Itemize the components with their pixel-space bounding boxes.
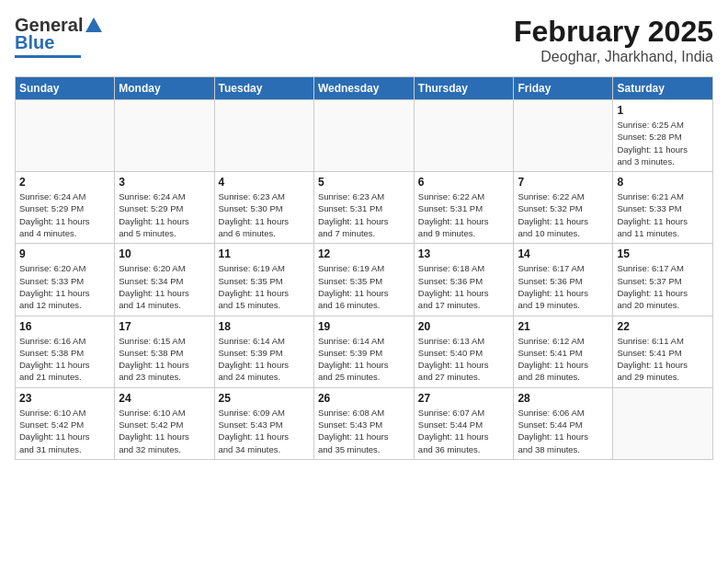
title-block: February 2025 Deoghar, Jharkhand, India	[514, 15, 713, 65]
day-number: 26	[318, 392, 410, 405]
day-number: 8	[617, 176, 709, 189]
day-info: Sunrise: 6:14 AM Sunset: 5:39 PM Dayligh…	[318, 335, 410, 384]
calendar-cell	[414, 100, 514, 172]
day-number: 28	[518, 392, 609, 405]
day-number: 24	[119, 392, 210, 405]
day-info: Sunrise: 6:20 AM Sunset: 5:34 PM Dayligh…	[119, 262, 210, 311]
day-info: Sunrise: 6:10 AM Sunset: 5:42 PM Dayligh…	[119, 407, 210, 455]
calendar-cell: 18Sunrise: 6:14 AM Sunset: 5:39 PM Dayli…	[214, 316, 313, 387]
day-info: Sunrise: 6:23 AM Sunset: 5:31 PM Dayligh…	[318, 190, 410, 239]
day-number: 16	[19, 320, 110, 333]
calendar-cell: 4Sunrise: 6:23 AM Sunset: 5:30 PM Daylig…	[214, 172, 313, 244]
day-info: Sunrise: 6:17 AM Sunset: 5:36 PM Dayligh…	[518, 262, 609, 311]
calendar-cell: 13Sunrise: 6:18 AM Sunset: 5:36 PM Dayli…	[414, 244, 514, 316]
calendar-cell	[313, 100, 414, 172]
page-header: General Blue February 2025 Deoghar, Jhar…	[15, 15, 713, 65]
day-number: 11	[219, 247, 310, 260]
weekday-header-monday: Monday	[115, 77, 214, 100]
day-number: 17	[119, 320, 210, 333]
calendar-cell	[16, 100, 115, 172]
day-number: 19	[318, 320, 410, 333]
day-number: 15	[617, 247, 709, 260]
calendar-week-1: 1Sunrise: 6:25 AM Sunset: 5:28 PM Daylig…	[16, 100, 713, 172]
calendar-cell: 6Sunrise: 6:22 AM Sunset: 5:31 PM Daylig…	[414, 172, 514, 244]
day-info: Sunrise: 6:24 AM Sunset: 5:29 PM Dayligh…	[119, 190, 210, 239]
day-info: Sunrise: 6:06 AM Sunset: 5:44 PM Dayligh…	[518, 407, 609, 455]
day-info: Sunrise: 6:13 AM Sunset: 5:40 PM Dayligh…	[418, 335, 510, 384]
page-title: February 2025	[514, 15, 713, 49]
day-info: Sunrise: 6:23 AM Sunset: 5:30 PM Dayligh…	[219, 190, 310, 239]
day-number: 1	[617, 104, 709, 117]
calendar-cell	[613, 387, 713, 459]
day-info: Sunrise: 6:08 AM Sunset: 5:43 PM Dayligh…	[318, 407, 410, 455]
day-info: Sunrise: 6:14 AM Sunset: 5:39 PM Dayligh…	[219, 335, 310, 384]
day-number: 22	[617, 320, 709, 333]
day-number: 21	[518, 320, 609, 333]
calendar-cell: 27Sunrise: 6:07 AM Sunset: 5:44 PM Dayli…	[414, 387, 514, 459]
calendar-cell: 20Sunrise: 6:13 AM Sunset: 5:40 PM Dayli…	[414, 316, 514, 387]
day-info: Sunrise: 6:22 AM Sunset: 5:31 PM Dayligh…	[418, 190, 510, 239]
calendar-cell: 1Sunrise: 6:25 AM Sunset: 5:28 PM Daylig…	[613, 100, 713, 172]
day-number: 3	[119, 176, 210, 189]
day-number: 18	[219, 320, 310, 333]
day-info: Sunrise: 6:19 AM Sunset: 5:35 PM Dayligh…	[219, 262, 310, 311]
day-info: Sunrise: 6:25 AM Sunset: 5:28 PM Dayligh…	[617, 119, 709, 167]
day-number: 7	[518, 176, 609, 189]
calendar-cell	[115, 100, 214, 172]
logo-underline	[15, 55, 81, 58]
day-number: 13	[418, 247, 510, 260]
calendar-week-3: 9Sunrise: 6:20 AM Sunset: 5:33 PM Daylig…	[16, 244, 713, 316]
day-number: 5	[318, 176, 410, 189]
day-info: Sunrise: 6:17 AM Sunset: 5:37 PM Dayligh…	[617, 262, 709, 311]
day-info: Sunrise: 6:19 AM Sunset: 5:35 PM Dayligh…	[318, 262, 410, 311]
day-info: Sunrise: 6:20 AM Sunset: 5:33 PM Dayligh…	[19, 262, 110, 311]
day-number: 20	[418, 320, 510, 333]
day-info: Sunrise: 6:07 AM Sunset: 5:44 PM Dayligh…	[418, 407, 510, 455]
calendar-cell: 11Sunrise: 6:19 AM Sunset: 5:35 PM Dayli…	[214, 244, 313, 316]
day-number: 14	[518, 247, 609, 260]
weekday-header-row: SundayMondayTuesdayWednesdayThursdayFrid…	[16, 77, 713, 100]
weekday-header-sunday: Sunday	[16, 77, 115, 100]
logo-blue: Blue	[15, 32, 54, 53]
calendar-cell: 21Sunrise: 6:12 AM Sunset: 5:41 PM Dayli…	[514, 316, 613, 387]
calendar-cell: 14Sunrise: 6:17 AM Sunset: 5:36 PM Dayli…	[514, 244, 613, 316]
calendar-cell: 22Sunrise: 6:11 AM Sunset: 5:41 PM Dayli…	[613, 316, 713, 387]
calendar-cell: 8Sunrise: 6:21 AM Sunset: 5:33 PM Daylig…	[613, 172, 713, 244]
day-number: 4	[219, 176, 310, 189]
calendar-cell: 17Sunrise: 6:15 AM Sunset: 5:38 PM Dayli…	[115, 316, 214, 387]
day-info: Sunrise: 6:22 AM Sunset: 5:32 PM Dayligh…	[518, 190, 609, 239]
day-info: Sunrise: 6:21 AM Sunset: 5:33 PM Dayligh…	[617, 190, 709, 239]
calendar-cell: 7Sunrise: 6:22 AM Sunset: 5:32 PM Daylig…	[514, 172, 613, 244]
weekday-header-thursday: Thursday	[414, 77, 514, 100]
weekday-header-tuesday: Tuesday	[214, 77, 313, 100]
day-number: 23	[19, 392, 110, 405]
day-info: Sunrise: 6:24 AM Sunset: 5:29 PM Dayligh…	[19, 190, 110, 239]
page-subtitle: Deoghar, Jharkhand, India	[514, 49, 713, 65]
calendar-cell: 28Sunrise: 6:06 AM Sunset: 5:44 PM Dayli…	[514, 387, 613, 459]
weekday-header-saturday: Saturday	[613, 77, 713, 100]
calendar-cell: 15Sunrise: 6:17 AM Sunset: 5:37 PM Dayli…	[613, 244, 713, 316]
day-number: 9	[19, 247, 110, 260]
logo: General Blue	[15, 15, 104, 58]
calendar-week-5: 23Sunrise: 6:10 AM Sunset: 5:42 PM Dayli…	[16, 387, 713, 459]
calendar-cell: 2Sunrise: 6:24 AM Sunset: 5:29 PM Daylig…	[16, 172, 115, 244]
calendar-cell: 9Sunrise: 6:20 AM Sunset: 5:33 PM Daylig…	[16, 244, 115, 316]
weekday-header-wednesday: Wednesday	[313, 77, 414, 100]
day-info: Sunrise: 6:10 AM Sunset: 5:42 PM Dayligh…	[19, 407, 110, 455]
day-number: 10	[119, 247, 210, 260]
day-number: 27	[418, 392, 510, 405]
calendar-cell: 5Sunrise: 6:23 AM Sunset: 5:31 PM Daylig…	[313, 172, 414, 244]
day-number: 6	[418, 176, 510, 189]
day-info: Sunrise: 6:11 AM Sunset: 5:41 PM Dayligh…	[617, 335, 709, 384]
calendar-cell: 26Sunrise: 6:08 AM Sunset: 5:43 PM Dayli…	[313, 387, 414, 459]
day-info: Sunrise: 6:18 AM Sunset: 5:36 PM Dayligh…	[418, 262, 510, 311]
day-info: Sunrise: 6:16 AM Sunset: 5:38 PM Dayligh…	[19, 335, 110, 384]
day-number: 2	[19, 176, 110, 189]
logo-arrow-icon	[84, 16, 104, 36]
calendar-cell: 10Sunrise: 6:20 AM Sunset: 5:34 PM Dayli…	[115, 244, 214, 316]
day-info: Sunrise: 6:12 AM Sunset: 5:41 PM Dayligh…	[518, 335, 609, 384]
calendar-cell: 25Sunrise: 6:09 AM Sunset: 5:43 PM Dayli…	[214, 387, 313, 459]
calendar-cell	[514, 100, 613, 172]
calendar-week-4: 16Sunrise: 6:16 AM Sunset: 5:38 PM Dayli…	[16, 316, 713, 387]
calendar-cell: 16Sunrise: 6:16 AM Sunset: 5:38 PM Dayli…	[16, 316, 115, 387]
